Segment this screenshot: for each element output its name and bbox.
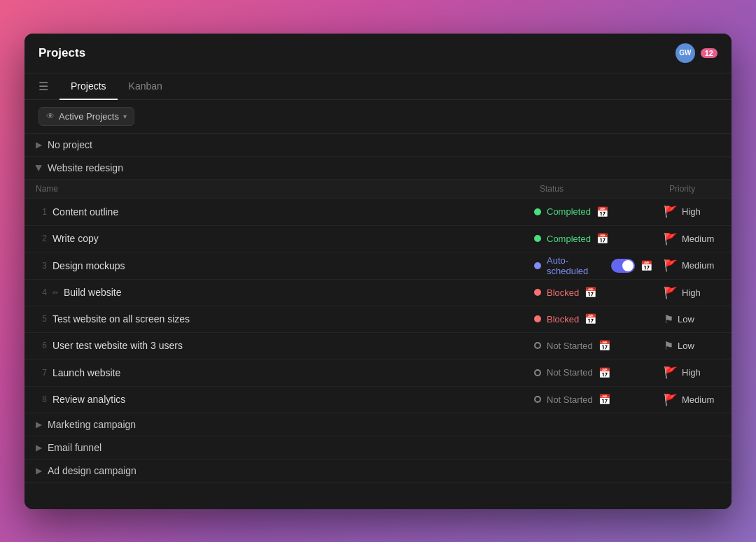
duration-cell: 1h: [728, 392, 732, 408]
status-text: Blocked: [547, 314, 579, 325]
flag-icon: 🚩: [664, 393, 678, 406]
group-website-redesign[interactable]: ▶ Website redesign: [24, 157, 732, 180]
duration-cell: 1h: [728, 231, 732, 247]
calendar-icon[interactable]: 📅: [596, 206, 608, 217]
active-projects-filter[interactable]: 👁 Active Projects ▾: [38, 107, 134, 126]
calendar-icon[interactable]: 📅: [640, 260, 652, 271]
group-name: Ad design campaign: [48, 465, 136, 476]
notification-badge: 12: [701, 48, 718, 58]
calendar-icon[interactable]: 📅: [584, 313, 596, 325]
duration-cell: 3h: [728, 285, 732, 301]
chevron-down-icon: ▾: [123, 113, 127, 120]
status-text: Not Started: [547, 341, 593, 351]
title-bar-left: Projects: [38, 46, 85, 60]
task-name-cell: 7 Launch website: [24, 362, 528, 384]
status-dot: [534, 396, 541, 403]
task-name[interactable]: Test website on all screen sizes: [52, 313, 190, 325]
status-cell: Completed 📅: [528, 230, 658, 247]
flag-icon: ⚑: [664, 313, 673, 326]
task-name[interactable]: Build website: [64, 287, 122, 298]
col-priority-header: Priority: [669, 184, 732, 194]
calendar-icon[interactable]: 📅: [598, 367, 610, 378]
status-cell: Auto-scheduled 📅: [528, 252, 658, 279]
calendar-icon[interactable]: 📅: [598, 340, 610, 351]
priority-cell: ⚑ Low: [658, 336, 728, 355]
task-name[interactable]: Design mockups: [52, 260, 125, 271]
duration-cell: 4h: [728, 338, 732, 354]
chevron-down-icon: ▶: [34, 164, 44, 171]
table-row: 8 Review analytics Not Started 📅 🚩 Mediu…: [24, 387, 732, 413]
status-text: Completed: [547, 206, 591, 217]
flag-icon: 🚩: [664, 232, 678, 245]
col-status-header: Status: [540, 184, 669, 194]
task-name[interactable]: Write copy: [52, 233, 99, 244]
calendar-icon[interactable]: 📅: [598, 394, 610, 405]
duration-cell: 2h: [728, 257, 732, 273]
group-marketing-campaign[interactable]: ▶ Marketing campaign: [24, 413, 732, 436]
status-dot: [534, 262, 541, 269]
task-name-cell: 6 User test website with 3 users: [24, 334, 528, 357]
status-cell: Not Started 📅: [528, 364, 658, 381]
status-cell: Blocked 📅: [528, 284, 658, 301]
priority-text: Low: [678, 341, 694, 351]
eye-icon: 👁: [46, 111, 55, 121]
col-name-header: Name: [36, 184, 540, 194]
status-cell: Completed 📅: [528, 204, 658, 220]
task-number: 8: [36, 394, 47, 404]
task-number: 6: [36, 341, 47, 350]
flag-icon: 🚩: [664, 366, 678, 379]
task-name[interactable]: Review analytics: [52, 394, 125, 405]
task-name-cell: 3 Design mockups: [24, 255, 528, 277]
task-number: 4: [36, 287, 47, 297]
tab-projects[interactable]: Projects: [59, 73, 118, 100]
content-area: ▶ No project ▶ Website redesign Name Sta…: [24, 134, 732, 509]
priority-cell: 🚩 High: [658, 363, 728, 382]
auto-schedule-toggle[interactable]: [611, 259, 635, 273]
tab-kanban[interactable]: Kanban: [118, 73, 174, 100]
group-name: Website redesign: [48, 162, 123, 173]
task-number: 7: [36, 368, 47, 378]
filter-label: Active Projects: [59, 111, 119, 122]
chevron-right-icon: ▶: [36, 466, 42, 476]
priority-text: High: [682, 367, 701, 378]
toggle-knob: [622, 260, 634, 271]
priority-text: Medium: [682, 260, 714, 271]
priority-text: High: [682, 287, 701, 298]
duration-cell: 1h 30m: [728, 199, 732, 225]
group-email-funnel[interactable]: ▶ Email funnel: [24, 436, 732, 459]
priority-cell: 🚩 High: [658, 202, 728, 221]
status-cell: Not Started 📅: [528, 337, 658, 354]
app-window: Projects GW 12 ☰ Projects Kanban 👁 Activ…: [24, 34, 732, 509]
avatar[interactable]: GW: [676, 43, 695, 63]
app-title: Projects: [38, 46, 85, 60]
status-text: Not Started: [547, 394, 593, 405]
status-dot: [534, 289, 541, 296]
priority-cell: 🚩 Medium: [658, 390, 728, 409]
flag-icon: 🚩: [664, 286, 678, 299]
calendar-icon[interactable]: 📅: [584, 287, 596, 298]
table-row: 1 Content outline Completed 📅 🚩 High 1h …: [24, 199, 732, 226]
status-cell: Not Started 📅: [528, 391, 658, 408]
calendar-icon[interactable]: 📅: [596, 233, 608, 244]
task-number: 5: [36, 314, 47, 324]
task-name[interactable]: Launch website: [52, 367, 120, 378]
table-row: 3 Design mockups Auto-scheduled 📅 🚩 Medi…: [24, 252, 732, 280]
status-text: Blocked: [547, 287, 579, 298]
status-dot: [534, 315, 541, 322]
menu-icon[interactable]: ☰: [38, 80, 48, 93]
tab-bar: ☰ Projects Kanban: [24, 73, 732, 100]
table-row: 4 ✏ Build website Blocked 📅 🚩 High 3h: [24, 280, 732, 306]
priority-cell: ⚑ Low: [658, 310, 728, 329]
task-name-cell: 5 Test website on all screen sizes: [24, 308, 528, 330]
group-no-project[interactable]: ▶ No project: [24, 134, 732, 157]
task-name[interactable]: User test website with 3 users: [52, 340, 183, 351]
table-header: Name Status Priority Duration: [24, 180, 732, 199]
task-number: 3: [36, 261, 47, 271]
status-dot: [534, 208, 541, 215]
group-name: Marketing campaign: [48, 419, 136, 430]
task-name[interactable]: Content outline: [52, 206, 118, 217]
task-name-cell: 4 ✏ Build website: [24, 281, 528, 304]
chevron-right-icon: ▶: [36, 140, 42, 150]
group-ad-design-campaign[interactable]: ▶ Ad design campaign: [24, 459, 732, 483]
flag-icon: ⚑: [664, 339, 673, 352]
